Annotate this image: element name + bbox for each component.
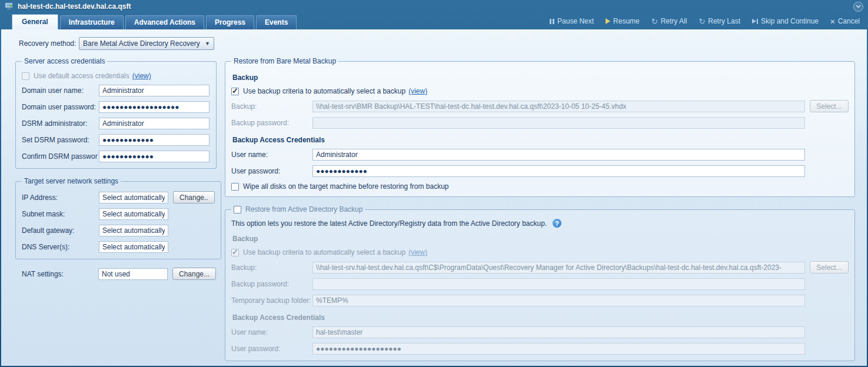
- tab-progress[interactable]: Progress: [206, 15, 254, 29]
- nat-settings-label: NAT settings:: [22, 270, 98, 278]
- tab-general[interactable]: General: [12, 14, 58, 29]
- recovery-method-label: Recovery method:: [19, 39, 79, 48]
- ad-backup-password-input[interactable]: [312, 278, 805, 290]
- confirm-dsrm-password-row: Confirm DSRM passwor: [22, 151, 210, 162]
- cancel-label: Cancel: [838, 17, 860, 25]
- subnet-mask-input[interactable]: [99, 208, 168, 220]
- ad-user-name-label: User name:: [231, 328, 312, 336]
- left-column: Server access credentials Use default ac…: [15, 57, 217, 280]
- skip-and-continue-label: Skip and Continue: [761, 17, 819, 25]
- default-credentials-checkbox[interactable]: [22, 72, 29, 80]
- bmr-criteria-row: Use backup criteria to automatically sel…: [231, 87, 849, 95]
- ad-criteria-row: Use backup criteria to automatically sel…: [231, 248, 849, 256]
- server-access-group: Server access credentials Use default ac…: [15, 57, 217, 169]
- cancel-button[interactable]: × Cancel: [830, 17, 860, 25]
- ad-backup-heading: Backup: [232, 235, 849, 243]
- ip-address-input[interactable]: [99, 192, 168, 203]
- ad-description-row: This option lets you restore the latest …: [231, 219, 849, 228]
- ip-change-button[interactable]: Change..: [173, 191, 215, 203]
- ad-user-password-row: User password:: [231, 343, 849, 355]
- pause-icon: [550, 19, 554, 24]
- action-toolbar: Pause Next Resume ↻ Retry All ↻ Retry La…: [550, 17, 860, 29]
- collapse-button[interactable]: [853, 2, 863, 12]
- default-gateway-label: Default gateway:: [22, 226, 99, 235]
- nat-settings-input[interactable]: [98, 268, 168, 280]
- ad-creds-heading: Backup Access Credentials: [232, 313, 849, 322]
- chevron-down-icon: [856, 5, 861, 8]
- dsrm-administrator-row: DSRM administrator:: [22, 118, 210, 129]
- skip-and-continue-button[interactable]: Skip and Continue: [752, 17, 819, 25]
- view-backup-criteria-link[interactable]: (view): [408, 87, 427, 95]
- set-dsrm-password-input[interactable]: [99, 134, 209, 146]
- bmr-backup-row: Backup: Select...: [231, 100, 849, 112]
- wipe-disks-label: Wipe all disks on the target machine bef…: [243, 182, 449, 191]
- ad-user-password-label: User password:: [231, 345, 312, 353]
- retry-last-icon: ↻: [699, 18, 705, 25]
- retry-all-icon: ↻: [651, 18, 658, 25]
- bmr-backup-path-input[interactable]: [312, 101, 805, 112]
- retry-all-label: Retry All: [661, 17, 687, 25]
- recovery-method-dropdown[interactable]: Bare Metal Active Directory Recovery ▼: [79, 37, 214, 50]
- ad-user-name-input[interactable]: [312, 326, 805, 338]
- dsrm-administrator-input[interactable]: [99, 118, 209, 129]
- bmr-select-button[interactable]: Select...: [810, 100, 849, 112]
- domain-user-password-input[interactable]: [99, 101, 209, 113]
- default-gateway-input[interactable]: [99, 225, 168, 236]
- dropdown-arrow-icon: ▼: [205, 41, 210, 46]
- bmr-user-name-input[interactable]: [312, 149, 805, 161]
- server-access-title: Server access credentials: [22, 57, 107, 65]
- temporary-backup-folder-row: Temporary backup folder:: [231, 295, 849, 306]
- ad-backup-path-input[interactable]: [312, 262, 805, 273]
- bmr-user-name-label: User name:: [231, 151, 312, 159]
- view-default-credentials-link[interactable]: (view): [132, 72, 151, 80]
- resume-button[interactable]: Resume: [606, 17, 640, 25]
- help-icon[interactable]: ?: [553, 219, 561, 228]
- set-dsrm-password-row: Set DSRM password:: [22, 134, 210, 146]
- ad-restore-title: Restore from Active Directory Backup: [245, 205, 363, 213]
- nat-change-button[interactable]: Change...: [172, 268, 216, 280]
- ad-backup-row: Backup: Select...: [231, 261, 849, 273]
- wipe-disks-checkbox[interactable]: [231, 183, 239, 191]
- confirm-dsrm-password-input[interactable]: [99, 151, 209, 162]
- dns-servers-input[interactable]: [99, 241, 168, 253]
- pause-next-button[interactable]: Pause Next: [550, 17, 594, 25]
- main-content: Recovery method: Bare Metal Active Direc…: [1, 29, 867, 366]
- nat-settings-row: NAT settings: Change...: [15, 268, 217, 280]
- view-ad-backup-criteria-link[interactable]: (view): [408, 248, 427, 256]
- default-credentials-row: Use default access credentials (view): [22, 72, 210, 80]
- backup-criteria-checkbox[interactable]: [231, 88, 239, 95]
- right-column: Restore from Bare Metal Backup Backup Us…: [225, 57, 855, 366]
- subnet-mask-label: Subnet mask:: [22, 210, 99, 218]
- ip-address-row: IP Address: Change..: [22, 191, 215, 203]
- bmr-restore-title: Restore from Bare Metal Backup: [231, 57, 338, 65]
- tab-events[interactable]: Events: [256, 15, 297, 29]
- ad-description: This option lets you restore the latest …: [231, 219, 547, 228]
- bmr-backup-password-input[interactable]: [312, 117, 805, 129]
- bmr-user-password-input[interactable]: [312, 165, 805, 177]
- default-gateway-row: Default gateway:: [22, 225, 215, 236]
- temporary-backup-folder-input[interactable]: [312, 295, 805, 306]
- retry-all-button[interactable]: ↻ Retry All: [651, 17, 687, 25]
- domain-user-password-row: Domain user password:: [22, 101, 210, 113]
- recovery-method-row: Recovery method: Bare Metal Active Direc…: [1, 29, 867, 50]
- app-icon: [5, 2, 14, 11]
- pause-next-label: Pause Next: [557, 17, 594, 25]
- tab-infrastructure[interactable]: Infrastructure: [60, 15, 124, 29]
- ad-backup-password-row: Backup password:: [231, 278, 849, 290]
- recovery-method-value: Bare Metal Active Directory Recovery: [83, 39, 200, 48]
- retry-last-button[interactable]: ↻ Retry Last: [699, 17, 740, 25]
- ip-address-label: IP Address:: [22, 193, 99, 202]
- set-dsrm-password-label: Set DSRM password:: [22, 136, 99, 144]
- tab-advanced-actions[interactable]: Advanced Actions: [125, 15, 204, 29]
- ad-select-button[interactable]: Select...: [810, 261, 849, 273]
- columns: Server access credentials Use default ac…: [1, 50, 867, 366]
- ad-restore-checkbox[interactable]: [234, 206, 241, 213]
- ad-user-password-input[interactable]: [312, 343, 805, 355]
- tabs: General Infrastructure Advanced Actions …: [12, 14, 297, 29]
- ad-backup-criteria-checkbox[interactable]: [231, 249, 239, 256]
- domain-user-name-input[interactable]: [99, 85, 209, 96]
- domain-user-name-row: Domain user name:: [22, 85, 210, 96]
- window-title: hal-test-dc.hal-test.dev.hal.ca.qsft: [18, 2, 131, 11]
- dns-servers-row: DNS Server(s):: [22, 241, 215, 253]
- bmr-creds-heading: Backup Access Credentials: [232, 136, 849, 144]
